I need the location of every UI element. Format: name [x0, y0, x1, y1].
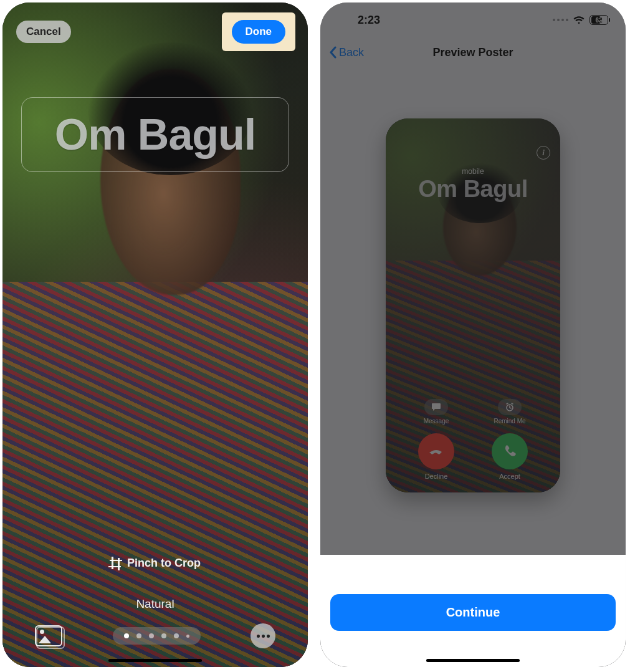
decline-label: Decline	[425, 473, 448, 480]
message-action[interactable]: Message	[399, 399, 473, 425]
decline-icon	[418, 433, 454, 469]
more-button[interactable]	[251, 623, 275, 648]
done-highlight: Done	[223, 14, 295, 50]
filter-page-dots[interactable]	[113, 627, 201, 645]
name-text: Om Bagul	[55, 110, 256, 160]
call-actions: Message Remind Me Decline Accept	[386, 399, 560, 480]
wifi-icon	[573, 16, 585, 24]
info-icon[interactable]: i	[537, 146, 550, 160]
accept-label: Accept	[499, 473, 520, 480]
editor-top-bar: Cancel Done	[2, 14, 308, 50]
continue-bar: Continue	[330, 594, 616, 631]
crop-icon	[110, 558, 121, 569]
filter-name-label: Natural	[2, 597, 308, 611]
chevron-left-icon	[329, 46, 336, 59]
status-bar: 2:23 62	[320, 2, 626, 34]
accept-icon	[492, 433, 528, 469]
photos-library-icon[interactable]	[35, 625, 62, 646]
cellular-icon	[553, 19, 568, 21]
pinch-label: Pinch to Crop	[127, 557, 201, 570]
accept-action[interactable]: Accept	[473, 433, 546, 480]
message-label: Message	[424, 418, 449, 425]
battery-percent: 62	[590, 17, 608, 24]
home-indicator	[426, 659, 520, 662]
editor-screen: Cancel Done Om Bagul Pinch to Crop Natur…	[2, 2, 308, 667]
poster-call-type: mobile	[386, 167, 560, 176]
battery-icon: 62	[589, 15, 608, 25]
remind-action[interactable]: Remind Me	[473, 399, 546, 425]
cancel-button[interactable]: Cancel	[16, 21, 71, 43]
preview-screen: 2:23 62 Back Preview Poster i mobile Om …	[320, 2, 626, 667]
home-indicator	[108, 659, 202, 662]
done-button[interactable]: Done	[232, 20, 286, 44]
nav-title: Preview Poster	[320, 46, 626, 59]
back-button[interactable]: Back	[320, 46, 364, 59]
status-icons: 62	[553, 15, 608, 25]
poster-preview-card: i mobile Om Bagul Message Remind Me Decl	[386, 118, 560, 492]
poster-contact-name: Om Bagul	[386, 176, 560, 203]
message-icon	[424, 399, 448, 415]
back-label: Back	[339, 46, 364, 59]
name-text-field[interactable]: Om Bagul	[21, 97, 289, 172]
decline-action[interactable]: Decline	[399, 433, 473, 480]
continue-button[interactable]: Continue	[330, 594, 616, 631]
alarm-icon	[498, 399, 522, 415]
editor-bottom-bar	[2, 623, 308, 648]
status-time: 2:23	[358, 14, 380, 27]
pinch-hint: Pinch to Crop	[2, 557, 308, 570]
remind-label: Remind Me	[494, 418, 525, 425]
nav-bar: Back Preview Poster	[320, 37, 626, 67]
